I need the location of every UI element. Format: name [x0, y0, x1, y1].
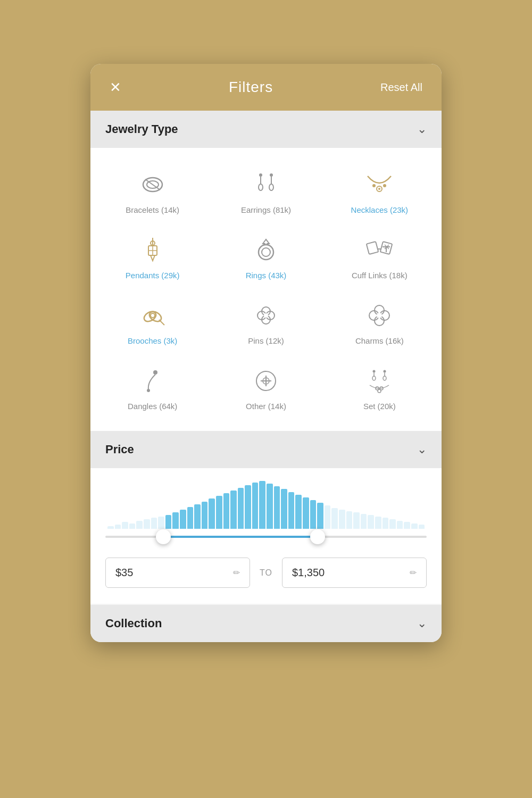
histogram-bar-32	[339, 510, 345, 529]
jewelry-item-necklaces[interactable]: Necklaces (23k)	[323, 159, 436, 224]
collection-section-header[interactable]: Collection ⌄	[90, 605, 442, 642]
pins-icon	[247, 299, 285, 331]
histogram-bar-22	[267, 484, 273, 529]
jewelry-item-dangles[interactable]: Dangles (64k)	[96, 355, 209, 420]
price-chevron-icon: ⌄	[417, 443, 427, 456]
filter-modal: ✕ Filters Reset All Jewelry Type ⌄ Brace…	[90, 64, 442, 642]
histogram-bar-34	[353, 512, 360, 529]
histogram-bar-12	[194, 504, 201, 529]
jewelry-item-charms[interactable]: Charms (16k)	[323, 289, 436, 355]
jewelry-item-cufflinks[interactable]: Cuff Links (18k)	[323, 224, 436, 289]
svg-point-10	[383, 184, 386, 187]
set-icon	[361, 364, 398, 396]
slider-thumb-left[interactable]	[156, 529, 171, 544]
rings-icon	[247, 234, 285, 265]
histogram-bar-11	[187, 507, 194, 529]
bracelets-icon	[134, 168, 171, 200]
price-slider[interactable]	[105, 529, 427, 545]
histogram-bar-4	[136, 521, 143, 529]
svg-point-5	[259, 184, 263, 190]
modal-header: ✕ Filters Reset All	[90, 64, 442, 111]
svg-point-6	[270, 173, 273, 177]
other-label: Other (14k)	[246, 402, 286, 411]
histogram-bar-1	[115, 525, 121, 529]
svg-point-19	[259, 245, 273, 260]
price-min-input[interactable]: $35 ✏	[105, 558, 250, 588]
svg-point-12	[378, 188, 380, 190]
jewelry-type-title: Jewelry Type	[105, 122, 178, 136]
brooches-label: Brooches (3k)	[128, 336, 177, 345]
svg-point-56	[383, 376, 386, 380]
histogram-bar-14	[209, 498, 215, 529]
other-icon	[247, 364, 285, 396]
histogram-bar-9	[172, 512, 179, 529]
histogram-bar-40	[397, 521, 403, 529]
pendants-icon	[134, 234, 171, 265]
dangles-icon	[134, 364, 171, 396]
collection-title: Collection	[105, 617, 162, 630]
histogram-bar-20	[252, 483, 259, 529]
reset-all-button[interactable]: Reset All	[380, 81, 422, 94]
svg-rect-24	[367, 242, 379, 254]
svg-point-39	[264, 313, 268, 318]
histogram-bar-10	[180, 510, 186, 529]
charms-label: Charms (16k)	[355, 336, 404, 345]
pendants-label: Pendants (29k)	[126, 271, 180, 280]
svg-point-54	[384, 370, 386, 372]
histogram-bar-24	[281, 489, 287, 529]
edit-min-icon: ✏	[233, 568, 240, 578]
histogram-bar-5	[144, 519, 150, 529]
histogram-bars	[105, 481, 427, 529]
histogram-bar-41	[404, 522, 410, 529]
histogram-bar-18	[238, 488, 244, 529]
price-section-header[interactable]: Price ⌄	[90, 431, 442, 468]
svg-point-33	[151, 313, 155, 318]
histogram-bar-38	[383, 518, 389, 529]
necklaces-icon	[361, 168, 398, 200]
histogram-bar-39	[389, 519, 396, 529]
svg-point-53	[372, 376, 376, 380]
rings-label: Rings (43k)	[246, 271, 287, 280]
histogram-bar-37	[375, 517, 381, 529]
svg-point-20	[262, 248, 270, 256]
bracelets-label: Bracelets (14k)	[126, 205, 179, 214]
histogram-bar-35	[361, 514, 367, 529]
price-inputs: $35 ✏ TO $1,350 ✏	[105, 558, 427, 588]
price-max-value: $1,350	[292, 567, 325, 579]
svg-point-45	[153, 370, 157, 375]
svg-point-51	[373, 370, 376, 372]
histogram-bar-29	[317, 503, 323, 529]
collection-chevron-icon: ⌄	[417, 617, 427, 630]
histogram-bar-25	[288, 492, 295, 529]
histogram-bar-8	[165, 515, 172, 529]
histogram-bar-7	[158, 517, 164, 529]
close-button[interactable]: ✕	[110, 80, 121, 94]
histogram-bar-31	[331, 508, 338, 529]
histogram-bar-6	[151, 518, 157, 529]
svg-point-59	[378, 389, 381, 393]
jewelry-item-pendants[interactable]: Pendants (29k)	[96, 224, 209, 289]
price-section-content: $35 ✏ TO $1,350 ✏	[90, 468, 442, 604]
jewelry-item-set[interactable]: Set (20k)	[323, 355, 436, 420]
edit-max-icon: ✏	[410, 568, 417, 578]
histogram-bar-21	[259, 481, 265, 529]
jewelry-type-grid: Bracelets (14k) Earrings (81k)	[90, 148, 442, 431]
price-title: Price	[105, 443, 134, 456]
price-min-value: $35	[115, 567, 133, 579]
jewelry-item-earrings[interactable]: Earrings (81k)	[209, 159, 322, 224]
jewelry-item-other[interactable]: Other (14k)	[209, 355, 322, 420]
jewelry-item-bracelets[interactable]: Bracelets (14k)	[96, 159, 209, 224]
jewelry-item-brooches[interactable]: Brooches (3k)	[96, 289, 209, 355]
svg-marker-18	[151, 255, 155, 261]
header-title: Filters	[229, 79, 273, 96]
jewelry-item-rings[interactable]: Rings (43k)	[209, 224, 322, 289]
jewelry-item-pins[interactable]: Pins (12k)	[209, 289, 322, 355]
earrings-label: Earrings (81k)	[241, 205, 291, 214]
histogram-bar-36	[368, 515, 374, 529]
price-max-input[interactable]: $1,350 ✏	[282, 558, 427, 588]
pins-label: Pins (12k)	[248, 336, 284, 345]
slider-thumb-right[interactable]	[310, 529, 325, 544]
jewelry-type-section-header[interactable]: Jewelry Type ⌄	[90, 111, 442, 148]
svg-point-8	[269, 184, 273, 190]
brooches-icon	[134, 299, 171, 331]
